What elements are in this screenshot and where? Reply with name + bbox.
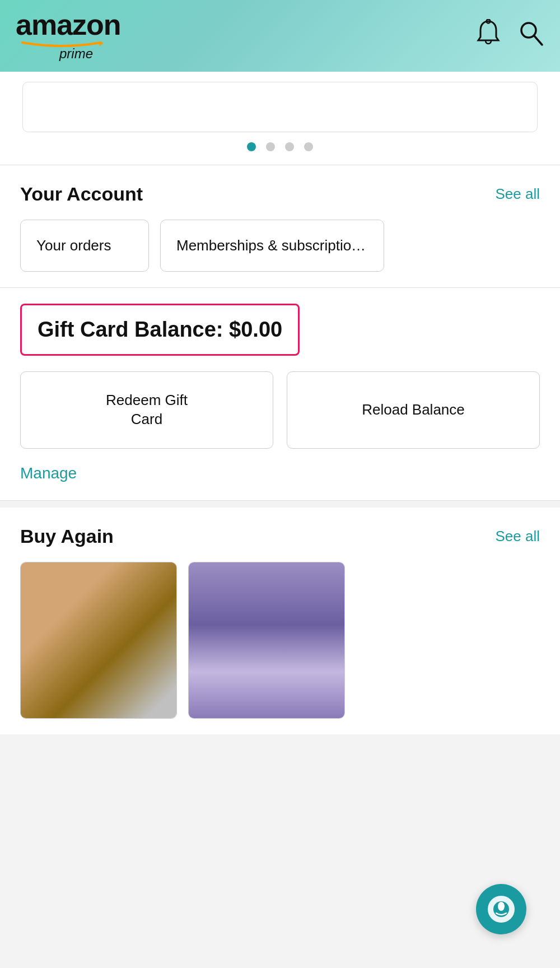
your-orders-label: Your orders [36, 237, 111, 254]
buy-again-header: Buy Again See all [20, 525, 540, 547]
product-image-2 [189, 562, 344, 718]
manage-link[interactable]: Manage [20, 464, 77, 482]
memberships-label: Memberships & subscriptio… [176, 237, 366, 254]
prime-label: prime [59, 46, 121, 62]
gift-card-section: Gift Card Balance: $0.00 Redeem GiftCard… [0, 288, 560, 500]
account-cards: Your orders Memberships & subscriptio… [20, 220, 540, 272]
buy-again-title: Buy Again [20, 525, 114, 547]
carousel-card [22, 82, 538, 132]
your-account-see-all[interactable]: See all [496, 185, 540, 203]
header-icons [475, 19, 544, 53]
amazon-logo: amazon prime [16, 10, 121, 62]
svg-line-3 [534, 36, 542, 45]
svg-point-6 [498, 902, 505, 911]
app-header: amazon prime [0, 0, 560, 72]
search-icon[interactable] [517, 19, 544, 53]
divider-3 [0, 500, 560, 501]
amazon-wordmark: amazon [16, 10, 121, 39]
memberships-card[interactable]: Memberships & subscriptio… [160, 220, 384, 272]
carousel-section [0, 72, 560, 165]
your-account-title: Your Account [20, 183, 143, 205]
carousel-dot-4[interactable] [304, 142, 313, 151]
alexa-icon [486, 894, 516, 924]
your-orders-card[interactable]: Your orders [20, 220, 149, 272]
buy-again-section: Buy Again See all [0, 508, 560, 734]
your-account-header: Your Account See all [20, 183, 540, 205]
redeem-gift-card-button[interactable]: Redeem GiftCard [20, 371, 273, 449]
carousel-dot-3[interactable] [285, 142, 294, 151]
carousel-dot-1[interactable] [247, 142, 256, 151]
product-image-1 [21, 562, 176, 718]
gift-card-balance-text: Gift Card Balance: $0.00 [38, 318, 282, 341]
carousel-dot-2[interactable] [266, 142, 275, 151]
buy-again-item-2[interactable] [188, 562, 345, 719]
your-account-section: Your Account See all Your orders Members… [0, 165, 560, 287]
gift-card-balance-box: Gift Card Balance: $0.00 [20, 304, 300, 356]
buy-again-item-1[interactable] [20, 562, 177, 719]
carousel-dots [247, 142, 313, 151]
bell-icon[interactable] [475, 19, 502, 53]
buy-again-items [20, 562, 540, 719]
reload-balance-button[interactable]: Reload Balance [287, 371, 540, 449]
gift-card-buttons: Redeem GiftCard Reload Balance [20, 371, 540, 449]
alexa-fab-button[interactable] [476, 884, 526, 934]
buy-again-see-all[interactable]: See all [496, 528, 540, 545]
